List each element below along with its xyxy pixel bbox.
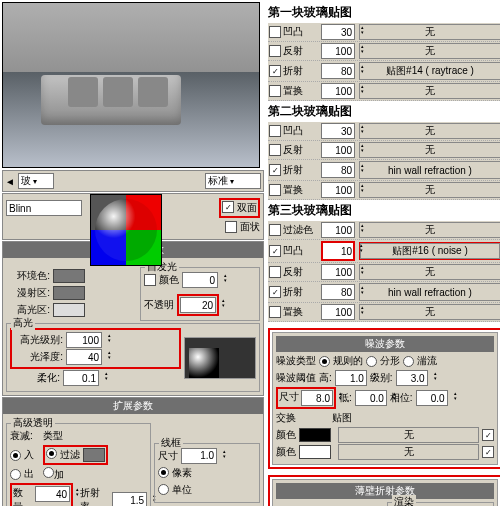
unit-label: 单位 [172, 483, 192, 497]
color1-mapbtn[interactable]: 无 [338, 427, 479, 443]
reflect2-cb[interactable] [269, 144, 281, 156]
opacity-label: 不透明 [144, 298, 174, 312]
replace3-cb[interactable] [269, 306, 281, 318]
replace2-mapbtn[interactable]: 无 [359, 182, 500, 198]
reflect-cb[interactable] [269, 45, 281, 57]
unit-radio[interactable] [158, 484, 169, 495]
filter3-cb[interactable] [269, 224, 281, 236]
lo-spin[interactable]: 0.0 [355, 390, 387, 406]
ior-label: 折射率 [80, 486, 109, 506]
tool-icon[interactable]: ◄ [5, 176, 15, 187]
bump-mapbtn[interactable]: 无 [359, 24, 500, 40]
ior-spinner[interactable]: 1.5 [112, 492, 147, 506]
in-radio[interactable] [10, 450, 21, 461]
hi-spin[interactable]: 1.0 [335, 370, 367, 386]
reflect-spin[interactable]: 100 [321, 43, 355, 59]
wire-label: 线框 [159, 436, 183, 450]
refract-cb[interactable] [269, 65, 281, 77]
refract3-cb[interactable] [269, 286, 281, 298]
bump3-mapbtn[interactable]: 贴图#16 ( noise ) [360, 243, 500, 259]
turb-radio[interactable] [403, 356, 414, 367]
cushion [68, 77, 98, 107]
bump-cb[interactable] [269, 26, 281, 38]
refract2-mapbtn[interactable]: hin wall refraction ) [359, 161, 500, 179]
reflect-mapbtn[interactable]: 无 [359, 43, 500, 59]
reflect3-label: 反射 [283, 265, 303, 279]
replace-label: 置换 [283, 84, 303, 98]
amount-spinner[interactable]: 40 [35, 486, 70, 502]
pixel-radio[interactable] [158, 467, 169, 478]
diffuse-label: 漫射区: [6, 286, 50, 300]
tw-title: 薄壁折射参数 [276, 483, 494, 499]
doublesided-checkbox[interactable] [222, 201, 234, 213]
reflect2-mapbtn[interactable]: 无 [359, 142, 500, 158]
refract3-spin[interactable]: 80 [321, 284, 355, 300]
phase-spin[interactable]: 0.0 [416, 390, 448, 406]
bump3-label: 凹凸 [283, 244, 303, 258]
filter-swatch[interactable] [83, 448, 105, 462]
section2-title: 第二块玻璃贴图 [268, 103, 500, 120]
selfcolor-checkbox[interactable] [144, 274, 156, 286]
ambient-swatch[interactable] [53, 269, 85, 283]
color2-mapbtn[interactable]: 无 [338, 444, 479, 460]
gloss-spinner[interactable]: 40 [66, 349, 102, 365]
type-label: 类型 [43, 429, 63, 443]
regular-radio[interactable] [319, 356, 330, 367]
diffuse-swatch[interactable] [53, 286, 85, 300]
faceted-checkbox[interactable] [225, 221, 237, 233]
reflect3-cb[interactable] [269, 266, 281, 278]
selfcolor-spinner[interactable]: 0 [182, 272, 218, 288]
color2-swatch[interactable] [299, 445, 331, 459]
opacity-spinner[interactable]: 20 [180, 297, 216, 313]
replace3-mapbtn[interactable]: 无 [359, 304, 500, 320]
preset-dropdown[interactable]: 标准 [205, 173, 261, 189]
replace-cb[interactable] [269, 85, 281, 97]
replace2-spin[interactable]: 100 [321, 182, 355, 198]
bump2-spin[interactable]: 30 [321, 123, 355, 139]
reflect-label: 反射 [283, 44, 303, 58]
specular-swatch[interactable] [53, 303, 85, 317]
color2-cb[interactable] [482, 446, 494, 458]
replace-mapbtn[interactable]: 无 [359, 83, 500, 99]
refract2-spin[interactable]: 80 [321, 162, 355, 178]
replace2-cb[interactable] [269, 184, 281, 196]
refract2-cb[interactable] [269, 164, 281, 176]
color1-swatch[interactable] [299, 428, 331, 442]
size-label: 尺寸 [158, 449, 178, 463]
reflect3-mapbtn[interactable]: 无 [359, 264, 500, 280]
refract-spin[interactable]: 80 [321, 63, 355, 79]
refract-mapbtn[interactable]: 贴图#14 ( raytrace ) [359, 62, 500, 80]
noise-title: 噪波参数 [276, 336, 494, 352]
bump3-spin[interactable]: 10 [321, 241, 355, 261]
replace3-label: 置换 [283, 305, 303, 319]
refract3-mapbtn[interactable]: hin wall refraction ) [359, 283, 500, 301]
speclevel-spinner[interactable]: 100 [66, 332, 102, 348]
bump2-mapbtn[interactable]: 无 [359, 123, 500, 139]
refract-label: 折射 [283, 64, 303, 78]
bump-label: 凹凸 [283, 25, 303, 39]
bump2-cb[interactable] [269, 125, 281, 137]
filter-radio[interactable] [46, 448, 57, 459]
bump3-cb[interactable] [269, 245, 281, 257]
levels-spin[interactable]: 3.0 [396, 370, 428, 386]
add-radio[interactable] [43, 467, 54, 478]
reflect3-spin[interactable]: 100 [321, 264, 355, 280]
reflect2-label: 反射 [283, 143, 303, 157]
color1-cb[interactable] [482, 429, 494, 441]
size-spin[interactable]: 8.0 [301, 390, 333, 406]
shader-name-input[interactable]: Blinn [6, 200, 82, 216]
out-radio[interactable] [10, 469, 21, 480]
fractal-radio[interactable] [366, 356, 377, 367]
reflect2-spin[interactable]: 100 [321, 142, 355, 158]
falloff-label: 衰减: [10, 429, 40, 443]
filter3-mapbtn[interactable]: 无 [359, 222, 500, 238]
wiresize-spinner[interactable]: 1.0 [181, 448, 217, 464]
replace-spin[interactable]: 100 [321, 83, 355, 99]
soften-label: 柔化: [10, 371, 60, 385]
soften-spinner[interactable]: 0.1 [63, 370, 99, 386]
shader-dropdown[interactable]: 玻 [18, 173, 54, 189]
filter3-spin[interactable]: 100 [321, 222, 355, 238]
replace3-spin[interactable]: 100 [321, 304, 355, 320]
bump-spin[interactable]: 30 [321, 24, 355, 40]
section3-title: 第三块玻璃贴图 [268, 202, 500, 219]
